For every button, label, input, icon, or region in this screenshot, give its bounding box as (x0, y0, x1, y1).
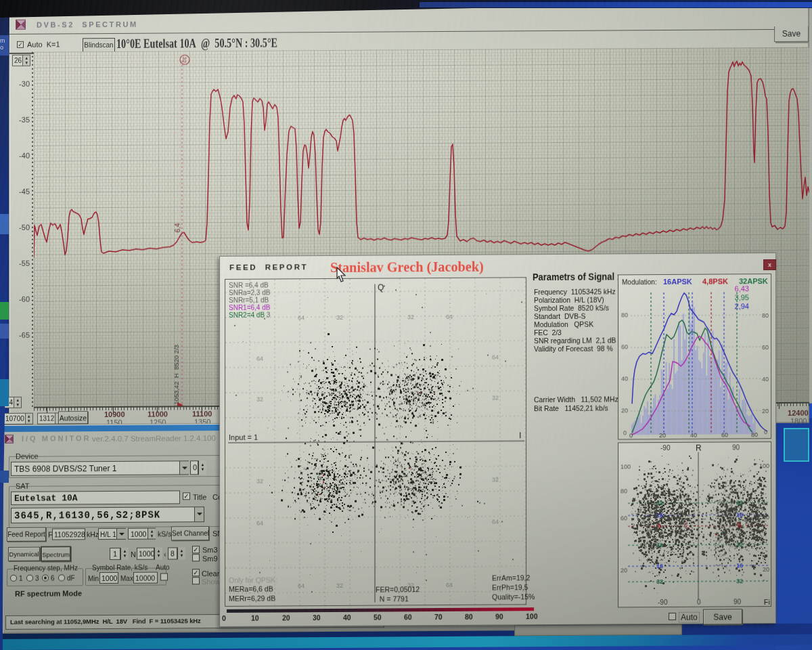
svg-text:32: 32 (656, 542, 663, 548)
svg-text:64: 64 (492, 518, 499, 525)
svg-text:16: 16 (656, 563, 663, 569)
svg-text:32: 32 (736, 578, 743, 584)
svg-text:32: 32 (656, 500, 663, 506)
svg-text:32: 32 (336, 314, 343, 321)
svg-text:16: 16 (736, 562, 743, 569)
svg-text:64: 64 (446, 582, 453, 588)
svg-text:16: 16 (656, 512, 663, 519)
svg-text:32: 32 (656, 578, 663, 585)
svg-text:32: 32 (492, 394, 499, 401)
svg-text:6,4: 6,4 (174, 223, 181, 232)
svg-text:8: 8 (738, 522, 741, 529)
svg-text:32: 32 (256, 478, 263, 485)
svg-text:64: 64 (256, 520, 263, 527)
svg-text:8: 8 (658, 523, 661, 529)
svg-text:64: 64 (446, 313, 453, 320)
svg-text:32: 32 (336, 582, 343, 589)
svg-text:64: 64 (256, 355, 263, 362)
svg-text:11053,42 H 8520 2/3: 11053,42 H 8520 2/3 (173, 345, 180, 408)
svg-text:16: 16 (736, 511, 743, 518)
svg-text:32: 32 (492, 476, 499, 483)
svg-text:32: 32 (736, 541, 743, 548)
svg-text:32: 32 (407, 313, 414, 320)
svg-text:64: 64 (298, 582, 304, 589)
svg-text:64: 64 (492, 353, 499, 360)
svg-text:32: 32 (256, 396, 263, 403)
svg-text:32: 32 (736, 499, 743, 506)
svg-text:64: 64 (298, 314, 304, 321)
svg-text:32: 32 (181, 57, 187, 64)
